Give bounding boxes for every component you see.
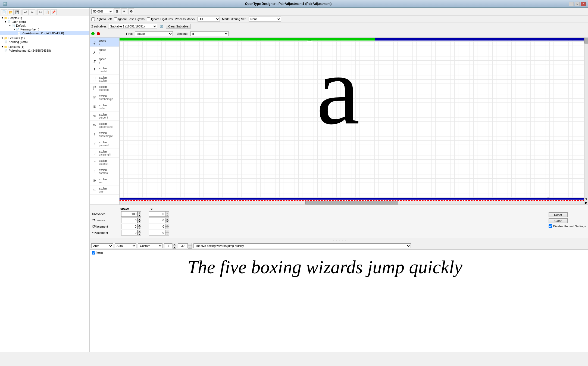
clear-subtable-button[interactable]: Clear Subtable: [166, 24, 190, 29]
yplacement-spin2[interactable]: ▲ ▼: [165, 230, 169, 235]
close-button[interactable]: ✕: [581, 2, 586, 6]
page-num-spin[interactable]: ▲ ▼: [173, 243, 176, 249]
list-item[interactable]: 𝑔 space g: [90, 38, 119, 47]
canvas-scrollbar-h[interactable]: [120, 201, 584, 204]
list-item[interactable]: !* exclam asterisk: [90, 158, 119, 167]
scroll-thumb-v[interactable]: [584, 38, 588, 44]
subtable-icon1[interactable]: 🔄: [159, 24, 164, 29]
font-size-spin[interactable]: ▲ ▼: [188, 243, 192, 249]
list-item[interactable]: !( exclam parenleft: [90, 139, 119, 148]
scroll-thumb-h[interactable]: [305, 201, 398, 204]
tree-kerning-feat[interactable]: 📄 Kerning (kern): [0, 40, 89, 44]
ignore-base-checkbox[interactable]: [114, 17, 117, 21]
scripts-toggle[interactable]: ▼: [1, 17, 4, 19]
list-item[interactable]: !) exclam parenright: [90, 148, 119, 158]
xadvance-up2[interactable]: ▲: [165, 211, 169, 214]
list-item[interactable]: !, exclam comma: [90, 167, 119, 176]
ignore-lig-checkbox[interactable]: [147, 17, 150, 21]
preview-sentence-dropdown[interactable]: The five boxing wizards jump quickly: [193, 243, 411, 248]
scroll-btn-down2[interactable]: ▶: [584, 201, 588, 204]
auto-select2[interactable]: Auto: [115, 243, 136, 248]
reset-button[interactable]: Reset: [549, 212, 568, 217]
lookups-toggle[interactable]: ▼: [1, 45, 4, 48]
tree-kerning-scripts[interactable]: ▼ 📄 Kerning (kern): [0, 27, 89, 31]
view-grid-icon[interactable]: ⊞: [114, 8, 120, 14]
page-up[interactable]: ▲: [173, 243, 176, 246]
xplacement-input1[interactable]: [121, 224, 137, 229]
yadvance-spin1[interactable]: ▲ ▼: [137, 218, 141, 223]
xadvance-down2[interactable]: ▼: [165, 214, 169, 217]
yadvance-up2[interactable]: ▲: [165, 218, 169, 220]
mark-filtering-dropdown[interactable]: None Set 1: [249, 17, 281, 21]
xadvance-input2[interactable]: [149, 211, 165, 217]
font-size-up[interactable]: ▲: [188, 243, 192, 246]
xadvance-up1[interactable]: ▲: [137, 211, 141, 214]
ignore-ligatures-check[interactable]: Ignore Ligatures: [147, 17, 173, 21]
yplacement-down1[interactable]: ▼: [137, 233, 141, 235]
tree-features[interactable]: ▼ 📁 Features (1): [0, 36, 89, 40]
minimize-button[interactable]: ─: [569, 2, 574, 6]
scroll-btn-down[interactable]: ▼: [584, 197, 588, 201]
process-marks-dropdown[interactable]: All None Marks Only: [198, 17, 220, 21]
yadvance-down2[interactable]: ▼: [165, 220, 169, 223]
cut-icon[interactable]: ✂: [37, 9, 43, 15]
yadvance-spin2[interactable]: ▲ ▼: [165, 218, 169, 223]
xplacement-up1[interactable]: ▲: [137, 224, 141, 227]
list-item[interactable]: !# exclam numbersign: [90, 93, 119, 102]
list-item[interactable]: !% exclam percent: [90, 111, 119, 121]
yadvance-up1[interactable]: ▲: [137, 218, 141, 220]
list-item[interactable]: !1 exclam one: [90, 185, 119, 195]
xplacement-down1[interactable]: ▼: [137, 227, 141, 229]
right-to-left-checkbox[interactable]: [91, 17, 95, 21]
save-icon[interactable]: 💾: [14, 9, 20, 15]
ignore-base-glyphs-check[interactable]: Ignore Base Glyphs: [114, 17, 145, 21]
view-list-icon[interactable]: ≡: [121, 8, 127, 14]
yplacement-input1[interactable]: [121, 230, 137, 235]
auto-select1[interactable]: Auto: [91, 243, 113, 248]
list-item[interactable]: !0 exclam zero: [90, 176, 119, 185]
xadvance-down1[interactable]: ▼: [137, 214, 141, 217]
xplacement-spin2[interactable]: ▲ ▼: [165, 224, 169, 229]
font-size-input[interactable]: [178, 243, 188, 248]
new-icon[interactable]: 📄: [1, 9, 7, 15]
yplacement-down2[interactable]: ▼: [165, 233, 169, 235]
xplacement-input2[interactable]: [149, 224, 165, 229]
undo-icon[interactable]: ↩: [23, 9, 29, 15]
maximize-button[interactable]: □: [575, 2, 580, 6]
list-item[interactable]: !" exclam quotedbl: [90, 84, 119, 93]
clear-button[interactable]: Clear: [549, 218, 568, 223]
redo-icon[interactable]: ↪: [29, 9, 35, 15]
yplacement-up1[interactable]: ▲: [137, 230, 141, 233]
yadvance-input1[interactable]: [121, 218, 137, 223]
kern-checkbox-label[interactable]: kern: [92, 251, 177, 255]
tree-latin[interactable]: ▼ 📄 Latin (latn): [0, 20, 89, 24]
tree-scripts[interactable]: ▼ 📁 Scripts (1): [0, 16, 89, 20]
list-item[interactable]: !& exclam ampersand: [90, 121, 119, 130]
latin-toggle[interactable]: ▼: [4, 20, 7, 23]
list-item[interactable]: !' exclam quotesingle: [90, 130, 119, 139]
font-size-down[interactable]: ▼: [188, 246, 192, 249]
yadvance-down1[interactable]: ▼: [137, 220, 141, 223]
yadvance-input2[interactable]: [149, 218, 165, 223]
list-item[interactable]: !$ exclam dollar: [90, 102, 119, 111]
disable-unused-checkbox[interactable]: [549, 224, 552, 228]
zoom-dropdown[interactable]: 50.00% 25.00% 75.00% 100.00%: [91, 9, 113, 14]
tree-lookups-pair[interactable]: 📄 PairAdjustment1 (24358/24358): [0, 49, 89, 52]
xadvance-spin1[interactable]: ▲ ▼: [137, 211, 141, 217]
xplacement-up2[interactable]: ▲: [165, 224, 169, 227]
right-to-left-check[interactable]: Right to Left: [91, 17, 112, 21]
open-icon[interactable]: 📂: [8, 9, 14, 15]
paste-icon[interactable]: 📌: [51, 9, 57, 15]
first-dropdown[interactable]: space: [135, 31, 173, 36]
subtable-dropdown[interactable]: Subtable 1 (16091/16091) Subtable 2: [108, 24, 157, 29]
tree-pairadjustment-scripts[interactable]: 📄 PairAdjustment1 (24358/24358): [0, 31, 89, 35]
list-item[interactable]: 𝑦 space y: [90, 56, 119, 65]
features-toggle[interactable]: ▼: [1, 37, 4, 39]
yplacement-input2[interactable]: [149, 230, 165, 235]
yplacement-up2[interactable]: ▲: [165, 230, 169, 233]
xadvance-spin2[interactable]: ▲ ▼: [165, 211, 169, 217]
disable-unused-check[interactable]: Disable Unused Settings: [549, 224, 586, 228]
xplacement-down2[interactable]: ▼: [165, 227, 169, 229]
canvas-scrollbar-v[interactable]: ▼ ▶: [584, 38, 588, 204]
page-num-input[interactable]: [164, 243, 172, 248]
